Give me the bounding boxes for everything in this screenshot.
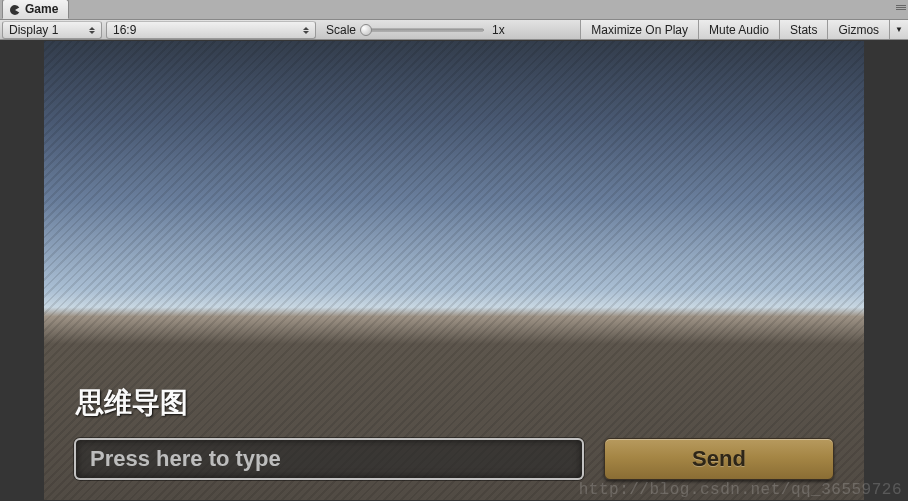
gizmos-label: Gizmos <box>838 23 879 37</box>
tab-label: Game <box>25 0 58 18</box>
maximize-on-play-toggle[interactable]: Maximize On Play <box>580 20 698 39</box>
mute-audio-toggle[interactable]: Mute Audio <box>698 20 779 39</box>
maximize-label: Maximize On Play <box>591 23 688 37</box>
chat-row: Press here to type Send <box>74 438 834 480</box>
scale-slider[interactable] <box>364 28 484 32</box>
chat-ui-overlay: 思维导图 Press here to type Send <box>74 384 834 480</box>
panel-menu-button[interactable] <box>888 5 906 15</box>
mute-label: Mute Audio <box>709 23 769 37</box>
tab-strip: Game <box>0 0 908 20</box>
gizmos-toggle[interactable]: Gizmos <box>827 20 889 39</box>
aspect-dropdown[interactable]: 16:9 <box>106 21 316 39</box>
tab-game[interactable]: Game <box>2 0 69 19</box>
display-dropdown[interactable]: Display 1 <box>2 21 102 39</box>
game-viewport[interactable]: 思维导图 Press here to type Send <box>44 41 864 500</box>
send-button[interactable]: Send <box>604 438 834 480</box>
stats-toggle[interactable]: Stats <box>779 20 827 39</box>
chat-input-placeholder: Press here to type <box>90 446 281 472</box>
scale-value: 1x <box>492 23 505 37</box>
aspect-dropdown-label: 16:9 <box>113 23 136 37</box>
display-dropdown-label: Display 1 <box>9 23 58 37</box>
scale-label: Scale <box>326 23 356 37</box>
chevron-updown-icon <box>89 27 95 34</box>
game-panel: Game Display 1 16:9 Scale 1x Maximize <box>0 0 908 501</box>
send-button-label: Send <box>692 446 746 472</box>
chat-input[interactable]: Press here to type <box>74 438 584 480</box>
heading-label: 思维导图 <box>76 384 834 422</box>
game-toolbar: Display 1 16:9 Scale 1x Maximize On Play… <box>0 20 908 40</box>
game-view: 思维导图 Press here to type Send http://blog… <box>0 40 908 501</box>
slider-track <box>364 28 484 31</box>
chevron-updown-icon <box>303 27 309 34</box>
stats-label: Stats <box>790 23 817 37</box>
scale-control: Scale 1x <box>318 20 513 39</box>
slider-thumb[interactable] <box>360 24 372 36</box>
pacman-icon <box>9 3 21 15</box>
gizmos-dropdown-button[interactable]: ▼ <box>889 20 908 39</box>
